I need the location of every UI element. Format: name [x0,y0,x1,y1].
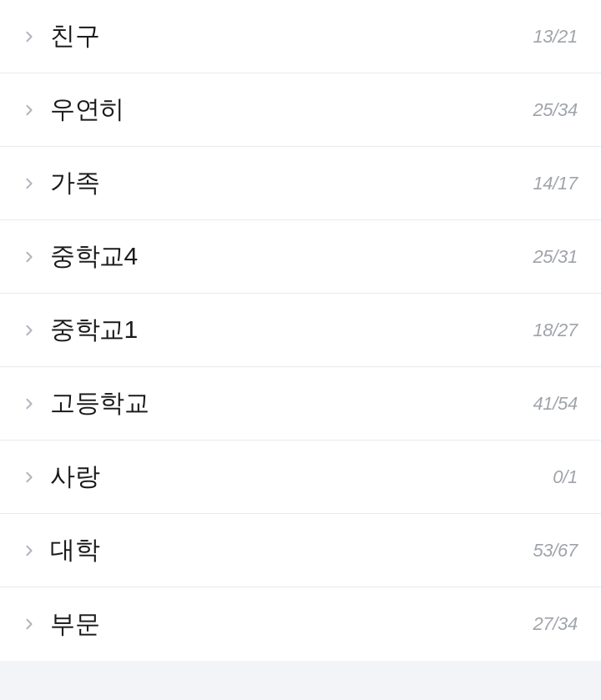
list-item-item-7[interactable]: 사랑 0/1 [0,441,601,514]
list-item-left: 사랑 [23,460,99,494]
list-item-left: 중학교4 [23,239,138,274]
chevron-right-icon [23,325,35,336]
item-label: 대학 [50,533,99,567]
item-count: 13/21 [533,26,578,48]
item-count: 27/34 [533,613,578,635]
item-label: 우연히 [50,93,124,127]
chevron-right-icon [23,31,35,43]
list-item-left: 우연히 [23,93,124,127]
list-item-left: 가족 [23,166,99,200]
chevron-right-icon [23,618,35,630]
item-label: 중학교1 [50,313,138,347]
list-item-left: 고등학교 [23,386,149,421]
item-label: 친구 [50,19,99,53]
chevron-right-icon [23,545,35,556]
item-count: 18/27 [533,320,578,341]
list-item-item-6[interactable]: 고등학교 41/54 [0,367,601,441]
list-item-item-4[interactable]: 중학교4 25/31 [0,220,601,294]
item-label: 사랑 [50,460,99,494]
item-label: 가족 [50,166,99,200]
list-item-item-9[interactable]: 부문 27/34 [0,587,601,661]
chevron-right-icon [23,178,35,189]
list-item-item-2[interactable]: 우연히 25/34 [0,73,601,147]
list-item-item-8[interactable]: 대학 53/67 [0,514,601,587]
list-item-item-3[interactable]: 가족 14/17 [0,147,601,220]
chevron-right-icon [23,104,35,116]
chevron-right-icon [23,251,35,263]
item-count: 53/67 [533,540,578,562]
chevron-right-icon [23,398,35,410]
item-count: 25/31 [533,246,578,268]
list-item-left: 친구 [23,19,99,53]
item-count: 14/17 [533,173,578,194]
list-item-left: 부문 [23,607,99,642]
item-count: 0/1 [553,466,578,488]
item-label: 부문 [50,607,99,642]
chevron-right-icon [23,471,35,483]
list-item-left: 중학교1 [23,313,138,347]
item-count: 25/34 [533,99,578,121]
list-item-left: 대학 [23,533,99,567]
list-item-item-1[interactable]: 친구 13/21 [0,0,601,73]
item-count: 41/54 [533,393,578,415]
list-item-item-5[interactable]: 중학교1 18/27 [0,294,601,367]
category-list: 친구 13/21 우연히 25/34 가족 [0,0,601,661]
item-label: 고등학교 [50,386,149,421]
item-label: 중학교4 [50,239,138,274]
